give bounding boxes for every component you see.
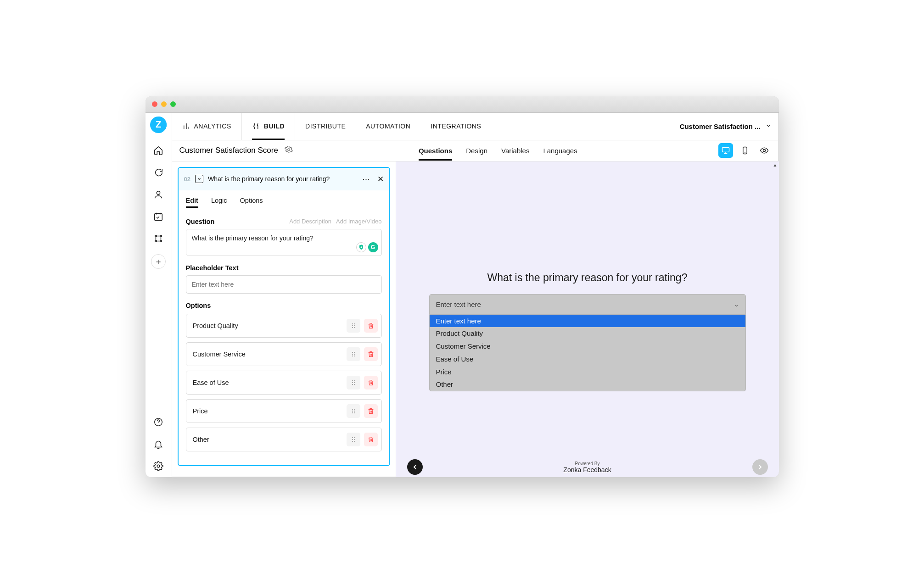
delete-option-button[interactable]	[364, 433, 378, 446]
survey-selector-label: Customer Satisfaction ...	[680, 122, 761, 130]
options-label: Options	[186, 302, 382, 309]
grammarly-icon[interactable]: G	[368, 242, 378, 252]
survey-selector[interactable]: Customer Satisfaction ...	[672, 113, 779, 140]
powered-by: Powered By Zonka Feedback	[563, 461, 611, 473]
dropdown-item[interactable]: Price	[430, 366, 745, 378]
drag-handle-icon[interactable]	[347, 347, 360, 361]
svg-point-24	[352, 380, 353, 381]
survey-settings-icon[interactable]	[285, 145, 293, 156]
shield-download-icon[interactable]	[356, 242, 366, 252]
preview-select[interactable]: Enter text here ⌄	[429, 294, 746, 315]
preview-eye-button[interactable]	[757, 143, 772, 158]
dropdown-item[interactable]: Ease of Use	[430, 353, 745, 366]
inner-tab-edit[interactable]: Edit	[186, 197, 198, 208]
device-mobile-button[interactable]	[738, 143, 752, 158]
left-rail: Z ＋	[146, 113, 172, 477]
drag-handle-icon[interactable]	[347, 376, 360, 389]
drag-handle-icon[interactable]	[347, 319, 360, 333]
close-icon[interactable]: ✕	[377, 174, 384, 184]
svg-point-23	[354, 356, 355, 356]
delete-option-button[interactable]	[364, 404, 378, 418]
window-maximize-icon[interactable]	[170, 101, 176, 107]
question-field-header: Question Add Description Add Image/Video	[186, 218, 382, 225]
svg-point-7	[157, 465, 160, 467]
placeholder-label: Placeholder Text	[186, 264, 382, 272]
next-button[interactable]	[752, 459, 768, 475]
option-text[interactable]: Customer Service	[193, 350, 343, 358]
svg-point-11	[763, 150, 765, 152]
home-icon[interactable]	[150, 142, 167, 159]
user-icon[interactable]	[150, 186, 167, 203]
placeholder-input[interactable]	[186, 275, 382, 294]
delete-option-button[interactable]	[364, 319, 378, 333]
chat-icon[interactable]	[150, 164, 167, 181]
question-card: 02 What is the primary reason for your r…	[178, 167, 390, 466]
nav-distribute-label: DISTRIBUTE	[305, 122, 346, 130]
svg-point-34	[352, 412, 353, 413]
svg-point-21	[354, 354, 355, 355]
option-row: Price	[186, 399, 382, 423]
calendar-check-icon[interactable]	[150, 208, 167, 225]
option-text[interactable]: Price	[193, 407, 343, 415]
device-desktop-button[interactable]	[718, 143, 733, 158]
bell-icon[interactable]	[150, 436, 167, 452]
tab-languages[interactable]: Languages	[543, 141, 577, 160]
add-button[interactable]: ＋	[151, 254, 166, 269]
svg-point-4	[155, 240, 157, 242]
svg-point-8	[288, 149, 290, 151]
question-input-wrap: What is the primary reason for your rati…	[186, 229, 382, 256]
delete-option-button[interactable]	[364, 376, 378, 389]
nav-analytics[interactable]: ANALYTICS	[172, 113, 242, 140]
delete-option-button[interactable]	[364, 347, 378, 361]
workspace: 02 What is the primary reason for your r…	[172, 161, 779, 477]
prev-button[interactable]	[407, 459, 423, 475]
drag-handle-icon[interactable]	[347, 433, 360, 446]
window-close-icon[interactable]	[152, 101, 157, 107]
svg-point-33	[354, 411, 355, 412]
nav-build[interactable]: BUILD	[242, 113, 295, 140]
question-label: Question	[186, 218, 215, 225]
inner-tab-options[interactable]: Options	[240, 197, 263, 208]
dropdown-item[interactable]: Other	[430, 378, 745, 391]
question-body: Edit Logic Options Question Add Descript…	[179, 190, 389, 465]
svg-point-18	[352, 352, 353, 353]
svg-point-36	[352, 437, 353, 438]
svg-point-13	[354, 323, 355, 324]
tab-variables[interactable]: Variables	[501, 141, 529, 160]
svg-point-40	[352, 441, 353, 442]
more-icon[interactable]: ⋯	[362, 174, 370, 184]
dropdown-item[interactable]: Enter text here	[430, 315, 745, 328]
svg-point-5	[160, 240, 162, 242]
svg-point-12	[352, 323, 353, 324]
add-description-button[interactable]: Add Description	[289, 218, 331, 225]
nav-integrations[interactable]: INTEGRATIONS	[420, 113, 491, 140]
svg-point-19	[354, 352, 355, 353]
tab-questions[interactable]: Questions	[419, 141, 452, 160]
svg-point-25	[354, 380, 355, 381]
nav-automation[interactable]: AUTOMATION	[356, 113, 420, 140]
preview-question-text: What is the primary reason for your rati…	[487, 272, 688, 284]
window-minimize-icon[interactable]	[161, 101, 167, 107]
inner-tab-logic[interactable]: Logic	[211, 197, 227, 208]
svg-point-41	[354, 441, 355, 442]
svg-point-0	[157, 191, 160, 194]
question-input[interactable]: What is the primary reason for your rati…	[186, 229, 382, 256]
option-text[interactable]: Ease of Use	[193, 379, 343, 386]
tab-design[interactable]: Design	[466, 141, 487, 160]
nav-distribute[interactable]: DISTRIBUTE	[295, 113, 356, 140]
settings-icon[interactable]	[150, 458, 167, 474]
preview-panel: ▲ What is the primary reason for your ra…	[396, 161, 779, 477]
svg-point-30	[352, 409, 353, 410]
help-icon[interactable]	[150, 414, 167, 430]
brand-logo[interactable]: Z	[150, 117, 167, 133]
dropdown-item[interactable]: Product Quality	[430, 327, 745, 340]
top-nav: ANALYTICS BUILD DISTRIBUTE AUTOMATION IN…	[172, 113, 779, 140]
drag-handle-icon[interactable]	[347, 404, 360, 418]
option-text[interactable]: Other	[193, 436, 343, 443]
add-media-button[interactable]: Add Image/Video	[336, 218, 382, 225]
workflow-icon[interactable]	[150, 230, 167, 247]
svg-point-26	[352, 382, 353, 383]
option-text[interactable]: Product Quality	[193, 322, 343, 329]
svg-point-2	[155, 235, 157, 237]
dropdown-item[interactable]: Customer Service	[430, 340, 745, 353]
